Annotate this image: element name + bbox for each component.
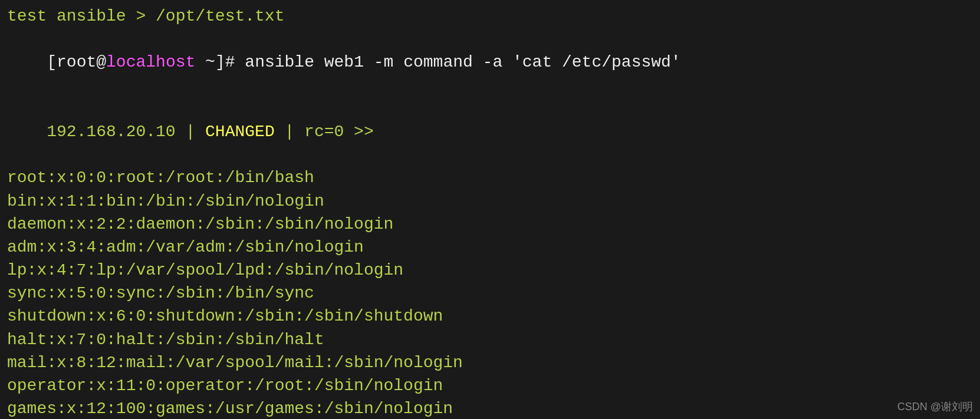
prompt-path: ~	[195, 53, 215, 71]
command-text: ansible web1 -m command -a 'cat /etc/pas…	[245, 53, 680, 71]
passwd-line-games: games:x:12:100:games:/usr/games:/sbin/no…	[7, 397, 973, 419]
passwd-line-operator: operator:x:11:0:operator:/root:/sbin/nol…	[7, 374, 973, 397]
terminal-window: test ansible > /opt/test.txt [root@local…	[0, 0, 980, 419]
prev-command-line: test ansible > /opt/test.txt	[7, 5, 973, 28]
prompt-user: root	[57, 53, 96, 71]
passwd-line-daemon: daemon:x:2:2:daemon:/sbin:/sbin/nologin	[7, 213, 973, 236]
status-rest: | rc=0 >>	[275, 123, 374, 141]
bracket-open: [	[47, 53, 57, 71]
passwd-line-mail: mail:x:8:12:mail:/var/spool/mail:/sbin/n…	[7, 351, 973, 374]
passwd-line-lp: lp:x:4:7:lp:/var/spool/lpd:/sbin/nologin	[7, 259, 973, 282]
prompt-line: [root@localhost ~]# ansible web1 -m comm…	[7, 28, 973, 97]
prompt-host: localhost	[106, 53, 195, 71]
passwd-line-root: root:x:0:0:root:/root:/bin/bash	[7, 166, 973, 189]
passwd-line-adm: adm:x:3:4:adm:/var/adm:/sbin/nologin	[7, 236, 973, 259]
passwd-line-halt: halt:x:7:0:halt:/sbin:/sbin/halt	[7, 328, 973, 351]
passwd-line-sync: sync:x:5:0:sync:/sbin:/bin/sync	[7, 282, 973, 305]
bracket-close: ]#	[215, 53, 245, 71]
passwd-line-shutdown: shutdown:x:6:0:shutdown:/sbin:/sbin/shut…	[7, 305, 973, 328]
passwd-line-bin: bin:x:1:1:bin:/bin:/sbin/nologin	[7, 190, 973, 213]
status-line: 192.168.20.10 | CHANGED | rc=0 >>	[7, 97, 973, 167]
status-changed: CHANGED	[205, 123, 275, 141]
watermark: CSDN @谢刘明	[897, 400, 973, 414]
status-ip: 192.168.20.10 |	[47, 123, 205, 141]
prompt-at: @	[96, 53, 106, 71]
